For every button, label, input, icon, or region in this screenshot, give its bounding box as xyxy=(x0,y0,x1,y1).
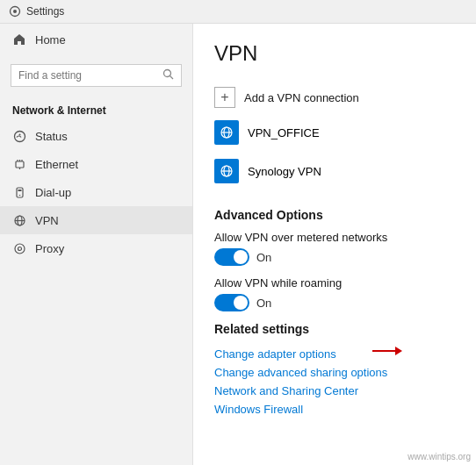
toggle-metered: Allow VPN over metered networks On xyxy=(214,231,455,266)
advanced-options-heading: Advanced Options xyxy=(214,208,455,222)
vpn-synology-icon xyxy=(214,159,239,183)
arrow-annotation xyxy=(371,343,402,359)
toggle-metered-state: On xyxy=(256,251,271,264)
sidebar-item-dialup[interactable]: Dial-up xyxy=(0,178,192,206)
svg-point-18 xyxy=(18,247,21,250)
vpn-entry-synology[interactable]: Synology VPN xyxy=(214,152,455,190)
vpn-synology-name: Synology VPN xyxy=(248,165,321,178)
dialup-icon xyxy=(12,185,26,199)
svg-marker-26 xyxy=(395,347,402,355)
svg-rect-13 xyxy=(18,190,21,191)
vpn-sidebar-icon xyxy=(12,213,26,227)
vpn-list: VPN_OFFICE Synology VPN xyxy=(214,113,455,190)
sidebar-label-ethernet: Ethernet xyxy=(35,158,78,171)
svg-rect-6 xyxy=(16,161,24,168)
add-vpn-label: Add a VPN connection xyxy=(244,91,359,104)
advanced-options-section: Advanced Options Allow VPN over metered … xyxy=(214,208,455,311)
sidebar-label-status: Status xyxy=(35,130,68,143)
vpn-office-name: VPN_OFFICE xyxy=(248,126,320,140)
svg-point-2 xyxy=(164,70,171,77)
svg-point-17 xyxy=(15,244,25,254)
proxy-icon xyxy=(12,241,26,255)
home-icon xyxy=(12,32,26,46)
main-content: VPN + Add a VPN connection VPN_OFFICE xyxy=(193,24,476,465)
title-bar-label: Settings xyxy=(26,5,64,18)
home-label: Home xyxy=(35,33,66,46)
sidebar-item-status[interactable]: Status xyxy=(0,122,192,150)
toggle-roaming-state: On xyxy=(256,297,271,310)
related-settings-heading: Related settings xyxy=(214,322,455,336)
sidebar-item-vpn[interactable]: VPN xyxy=(0,206,192,234)
sidebar-label-vpn: VPN xyxy=(35,214,59,227)
sidebar: Home Network & Internet Status xyxy=(0,24,193,465)
vpn-office-icon xyxy=(214,120,239,145)
search-input[interactable] xyxy=(18,69,157,82)
link-advanced-sharing[interactable]: Change advanced sharing options xyxy=(214,363,455,382)
svg-line-3 xyxy=(170,76,174,80)
sidebar-item-home[interactable]: Home xyxy=(0,24,192,55)
ethernet-icon xyxy=(12,157,26,171)
title-bar: Settings xyxy=(0,0,476,24)
search-icon xyxy=(162,68,174,82)
sidebar-label-dialup: Dial-up xyxy=(35,186,71,199)
toggle-metered-label: Allow VPN over metered networks xyxy=(214,231,455,244)
settings-icon xyxy=(9,5,21,18)
sidebar-search-box[interactable] xyxy=(11,64,182,87)
page-title: VPN xyxy=(214,41,455,66)
link-adapter-options[interactable]: Change adapter options xyxy=(214,345,455,363)
svg-point-1 xyxy=(13,10,17,13)
toggle-roaming: Allow VPN while roaming On xyxy=(214,276,455,311)
sidebar-item-proxy[interactable]: Proxy xyxy=(0,234,192,262)
related-settings-section: Related settings Change adapter options … xyxy=(214,322,455,418)
sidebar-section-label: Network & Internet xyxy=(0,96,192,122)
add-vpn-button[interactable]: + Add a VPN connection xyxy=(214,82,455,113)
toggle-roaming-switch[interactable] xyxy=(214,294,249,311)
status-icon xyxy=(12,129,26,143)
svg-rect-11 xyxy=(17,188,23,197)
link-firewall[interactable]: Windows Firewall xyxy=(214,400,455,418)
link-sharing-center[interactable]: Network and Sharing Center xyxy=(214,382,455,400)
toggle-metered-switch[interactable] xyxy=(214,248,249,266)
app-body: Home Network & Internet Status xyxy=(0,24,476,465)
toggle-roaming-label: Allow VPN while roaming xyxy=(214,276,455,290)
sidebar-item-ethernet[interactable]: Ethernet xyxy=(0,150,192,178)
sidebar-label-proxy: Proxy xyxy=(35,242,64,255)
add-icon: + xyxy=(214,87,235,108)
vpn-entry-office[interactable]: VPN_OFFICE xyxy=(214,113,455,152)
svg-point-5 xyxy=(18,133,20,135)
